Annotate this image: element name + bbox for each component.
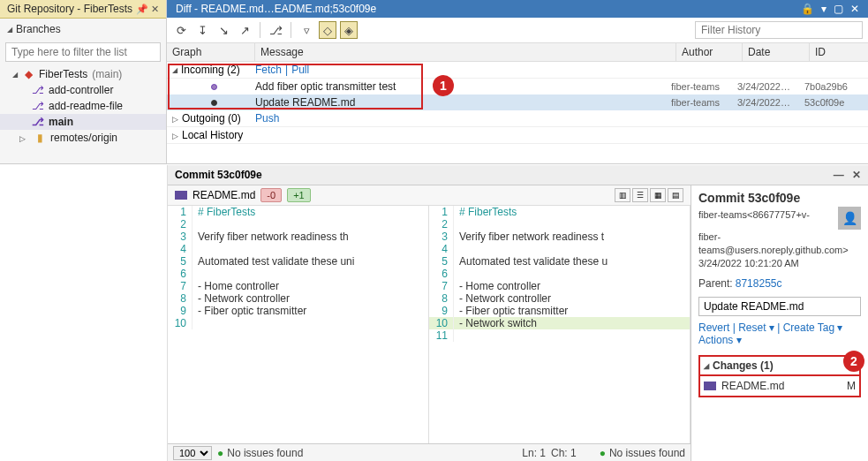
col-date[interactable]: Date <box>743 43 810 61</box>
callout-badge-1: 1 <box>433 75 454 96</box>
branch-tool-icon[interactable]: ⎇ <box>267 21 284 39</box>
code-line: 5Automated test validate these u <box>429 255 690 268</box>
commit-details-panel: Commit 53c0f09e 👤 fiber-teams<86677757+v… <box>691 185 868 461</box>
side-by-side-button[interactable]: ▥ <box>615 188 630 202</box>
branches-header[interactable]: Branches <box>0 19 166 40</box>
close-icon[interactable]: ✕ <box>852 169 861 181</box>
col-author[interactable]: Author <box>676 43 743 61</box>
section-outgoing[interactable]: Outgoing (0) Push <box>167 110 868 127</box>
show-icon[interactable]: ◇ <box>319 21 336 39</box>
push-icon[interactable]: ↗ <box>236 21 253 39</box>
zoom-select[interactable]: 100 % <box>173 446 212 460</box>
branch-icon: ⎇ <box>32 116 44 128</box>
code-line: 7- Home controller <box>429 280 690 292</box>
code-line: 3Verify fiber network readiness th <box>168 230 428 243</box>
code-line: 8- Network controller <box>429 292 690 305</box>
details-header: Commit 53c0f09e <box>698 191 861 205</box>
code-line: 1# FiberTests <box>429 206 690 218</box>
code-line: 6 <box>429 268 690 280</box>
markdown-icon <box>704 382 716 390</box>
lock-icon: 🔒 <box>801 3 814 15</box>
title-text: Diff - README.md…EADME.md;53c0f09e <box>176 3 376 15</box>
fetch-icon[interactable]: ↧ <box>193 21 211 39</box>
inline-button[interactable]: ☰ <box>632 188 648 202</box>
commit-author: fiber-teams <box>671 97 737 108</box>
col-id[interactable]: ID <box>810 43 868 61</box>
code-line: 2 <box>429 218 690 230</box>
changes-header[interactable]: Changes (1) ⋯ <box>698 355 861 376</box>
author-line: fiber-teams<86677757+v- <box>698 208 861 222</box>
code-line: 2 <box>168 218 428 230</box>
reset-link[interactable]: Reset ▾ <box>738 321 774 334</box>
view3-button[interactable]: ▦ <box>650 188 666 202</box>
branch-filter-input[interactable] <box>5 42 161 62</box>
code-line: 6 <box>168 268 428 280</box>
commit-message-input[interactable] <box>698 297 861 316</box>
panel-tab-title: Git Repository - FiberTests <box>7 3 132 15</box>
view4-button[interactable]: ▤ <box>668 188 683 202</box>
branch-add-controller[interactable]: ⎇ add-controller <box>0 82 166 98</box>
minimize-icon[interactable]: — <box>834 169 844 181</box>
history-filter-input[interactable] <box>695 21 863 39</box>
diff-status-bar: 100 % No issues found Ln: 1 Ch: 1 No iss… <box>168 443 691 461</box>
branch-label: main <box>49 116 73 128</box>
code-line: 5Automated test validate these uni <box>168 255 428 268</box>
branch-main[interactable]: ⎇ main <box>0 114 166 130</box>
branch-add-readme[interactable]: ⎇ add-readme-file <box>0 98 166 114</box>
commit-panel-title: Commit 53c0f09e <box>175 169 262 181</box>
col-graph[interactable]: Graph <box>167 43 255 61</box>
git-icon: ◆ <box>22 68 34 80</box>
diff-file-tab: README.md -0 +1 ▥ ☰ ▦ ▤ <box>168 185 691 206</box>
revert-link[interactable]: Revert <box>698 321 729 334</box>
commit-date: 3/24/2022… <box>737 81 804 92</box>
actions-link[interactable]: Actions ▾ <box>698 334 742 346</box>
restore-icon[interactable]: ▾ <box>821 3 826 15</box>
commit-panel-header: Commit 53c0f09e — ✕ <box>168 165 868 185</box>
remotes-node[interactable]: ▮ remotes/origin <box>0 130 166 146</box>
branch-label: add-readme-file <box>49 100 123 112</box>
repo-name: FiberTests <box>39 68 87 80</box>
diff-left-panel[interactable]: 1# FiberTests23Verify fiber network read… <box>168 206 429 443</box>
commit-id: 7b0a29b6 <box>804 81 863 92</box>
removed-count: -0 <box>260 188 282 202</box>
repo-node[interactable]: ◆ FiberTests (main) <box>0 66 166 82</box>
outgoing-label: Outgoing (0) <box>172 112 255 125</box>
markdown-icon <box>175 191 187 200</box>
line-indicator: Ln: 1 <box>522 447 546 459</box>
diff-filename: README.md <box>192 189 255 201</box>
code-line: 4 <box>429 243 690 255</box>
repo-current: (main) <box>92 68 122 80</box>
callout-badge-2: 2 <box>843 351 864 372</box>
code-line: 11 <box>429 329 690 342</box>
code-line: 7- Home controller <box>168 280 428 292</box>
branch-icon: ⎇ <box>32 84 44 96</box>
changed-file-row[interactable]: README.md M <box>698 376 861 397</box>
history-grid-header: Graph Message Author Date ID <box>167 43 868 62</box>
refresh-icon[interactable]: ⟳ <box>172 21 190 39</box>
section-local-history[interactable]: Local History <box>167 127 868 144</box>
code-line: 8- Network controller <box>168 292 428 305</box>
diff-right-panel[interactable]: 1# FiberTests23Verify fiber network read… <box>429 206 691 443</box>
commit-datetime: 3/24/2022 10:21:20 AM <box>698 257 861 270</box>
issues-status: No issues found <box>217 447 303 459</box>
commit-author: fiber-teams <box>671 81 737 92</box>
code-line: 9- Fiber optic transmitter <box>168 305 428 317</box>
pin-icon[interactable]: 📌 ✕ <box>136 4 159 15</box>
filter-icon[interactable]: ▿ <box>298 21 315 39</box>
push-link[interactable]: Push <box>255 112 279 125</box>
title-bar: Diff - README.md…EADME.md;53c0f09e 🔒 ▾ ▢… <box>167 0 868 18</box>
code-line: 10 <box>168 317 428 329</box>
commit-id: 53c0f09e <box>804 97 863 108</box>
pull-icon[interactable]: ↘ <box>215 21 232 39</box>
panel-tab-git-repo[interactable]: Git Repository - FiberTests 📌 ✕ <box>0 0 166 19</box>
callout-box-1 <box>168 64 423 110</box>
maximize-icon[interactable]: ▢ <box>834 3 843 15</box>
badge-icon[interactable]: ◈ <box>340 21 358 39</box>
col-message[interactable]: Message <box>255 43 676 61</box>
parent-link[interactable]: 8718255c <box>736 277 782 290</box>
modified-badge: M <box>847 380 856 392</box>
create-tag-link[interactable]: Create Tag ▾ <box>783 321 843 334</box>
close-icon[interactable]: ✕ <box>850 3 859 15</box>
added-count: +1 <box>287 188 311 202</box>
folder-icon: ▮ <box>34 132 46 144</box>
